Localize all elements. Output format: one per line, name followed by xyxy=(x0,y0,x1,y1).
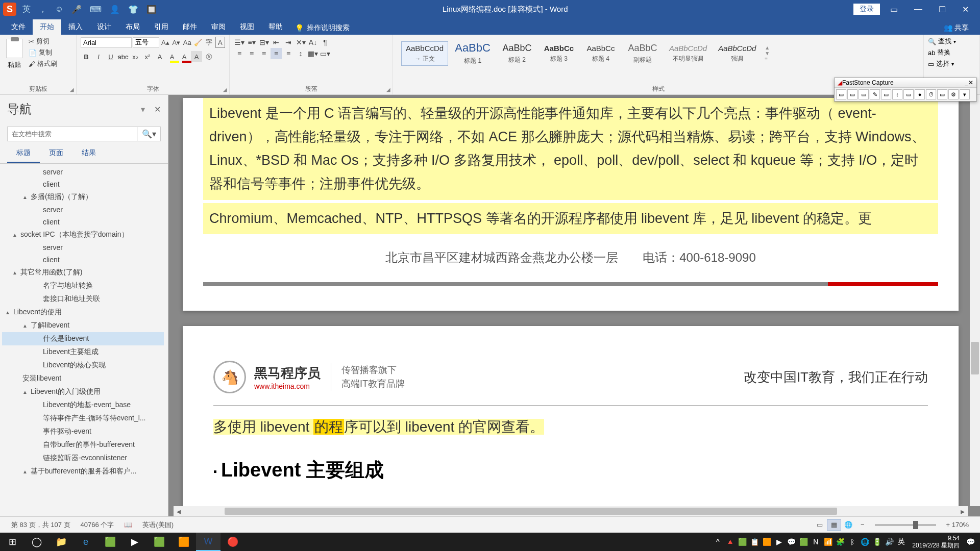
faststone-toolbar[interactable]: ◢ FastStone Capture _ ✕ ▭ ▭ ▭ ✎ ▭ ↕ ▭ ● … xyxy=(834,78,977,102)
doc-viewport[interactable]: Libevent 是一个用 C 语言编写的、轻量级的开源高性能事件通知库，主要有… xyxy=(174,95,968,506)
tray-icon[interactable]: ▶ xyxy=(773,536,785,547)
tree-caret-icon[interactable]: ▲ xyxy=(12,232,18,238)
ime-keyboard-icon[interactable]: ⌨ xyxy=(88,5,104,14)
bold-button[interactable]: B xyxy=(81,51,92,62)
distribute-button[interactable]: ≡ xyxy=(283,48,294,59)
borders-button[interactable]: ▭▾ xyxy=(320,48,331,59)
fsc-capture-freehand-button[interactable]: ✎ xyxy=(870,89,880,99)
fsc-capture-fixed-button[interactable]: ▭ xyxy=(903,89,914,99)
tab-layout[interactable]: 布局 xyxy=(118,19,147,35)
nav-tab-pages[interactable]: 页面 xyxy=(40,144,72,163)
notifications-icon[interactable]: 💬 xyxy=(965,536,976,547)
tree-caret-icon[interactable]: ▲ xyxy=(12,270,18,276)
tree-caret-icon[interactable]: ▲ xyxy=(5,310,11,315)
fsc-capture-object-button[interactable]: ▭ xyxy=(847,89,857,99)
show-marks-button[interactable]: ¶ xyxy=(320,37,331,48)
format-painter-button[interactable]: 🖌格式刷 xyxy=(29,59,57,68)
tree-item[interactable]: ▲了解libevent xyxy=(2,319,164,332)
edge-icon[interactable]: e xyxy=(74,533,98,551)
view-print-button[interactable]: ▦ xyxy=(827,519,841,531)
nav-search-button[interactable]: 🔍▾ xyxy=(137,127,160,141)
styles-up-icon[interactable]: ▲ xyxy=(765,45,770,51)
maximize-icon[interactable]: ☐ xyxy=(933,5,952,14)
italic-button[interactable]: I xyxy=(93,51,104,62)
fsc-minimize-icon[interactable]: _ xyxy=(965,79,968,86)
tree-item[interactable]: 等待事件产生-循环等待event_l... xyxy=(2,412,164,425)
tray-icon[interactable]: 📋 xyxy=(749,536,760,547)
nav-search-input[interactable] xyxy=(8,127,137,141)
multilevel-button[interactable]: ⊟▾ xyxy=(258,37,270,48)
ime-emoji-icon[interactable]: ☺ xyxy=(53,5,65,14)
fsc-settings-button[interactable]: ⚙ xyxy=(948,89,959,99)
ime-lang[interactable]: 英 xyxy=(20,4,33,15)
justify-button[interactable]: ≡ xyxy=(271,48,282,59)
tray-icon[interactable]: 🟩 xyxy=(737,536,748,547)
enclose-char-button[interactable]: ㊛ xyxy=(203,51,214,62)
tree-item[interactable]: 自带buffer的事件-bufferevent xyxy=(2,438,164,452)
ime-person-icon[interactable]: 👤 xyxy=(108,5,122,14)
style-h2[interactable]: AaBbC标题 2 xyxy=(497,40,537,67)
tree-item[interactable]: Libevent的地基-event_base xyxy=(2,398,164,412)
clipboard-launcher-icon[interactable]: ◢ xyxy=(70,87,74,92)
zoom-out-button[interactable]: − xyxy=(855,521,870,529)
status-proof-icon[interactable]: 📖 xyxy=(119,521,137,529)
view-read-button[interactable]: ▭ xyxy=(813,519,827,531)
tree-item[interactable]: 名字与地址转换 xyxy=(2,279,164,292)
align-left-button[interactable]: ≡ xyxy=(234,48,245,59)
tree-item[interactable]: 链接监听器-evconnlistener xyxy=(2,452,164,465)
cut-button[interactable]: ✂剪切 xyxy=(29,37,57,46)
horizontal-scrollbar[interactable]: ◂ ▸ xyxy=(174,506,968,516)
subscript-button[interactable]: x₂ xyxy=(130,51,141,62)
tree-item[interactable]: client xyxy=(2,216,164,228)
numbering-button[interactable]: ≡▾ xyxy=(246,37,257,48)
styles-more-icon[interactable]: ≡ xyxy=(765,56,770,62)
volume-icon[interactable]: 🔊 xyxy=(884,536,895,547)
style-subtle-emphasis[interactable]: AaBbCcDd不明显强调 xyxy=(665,41,712,66)
shrink-font-button[interactable]: A▾ xyxy=(172,37,182,48)
paragraph-launcher-icon[interactable]: ◢ xyxy=(386,87,390,92)
tab-help[interactable]: 帮助 xyxy=(261,19,290,35)
shading-button[interactable]: ▦▾ xyxy=(307,48,318,59)
align-center-button[interactable]: ≡ xyxy=(246,48,257,59)
asian-layout-button[interactable]: ✕▾ xyxy=(295,37,306,48)
fsc-dropdown-button[interactable]: ▾ xyxy=(960,89,970,99)
status-page[interactable]: 第 83 页，共 107 页 xyxy=(6,520,76,530)
tree-item[interactable]: client xyxy=(2,178,164,190)
hscroll-left-icon[interactable]: ◂ xyxy=(174,507,184,516)
tree-item[interactable]: ▲多播(组播)（了解） xyxy=(2,190,164,204)
underline-button[interactable]: U xyxy=(105,51,116,62)
app-icon-3[interactable]: 🟧 xyxy=(172,533,196,551)
vertical-scrollbar[interactable] xyxy=(970,95,980,506)
tree-item[interactable]: 安装libevent xyxy=(2,372,164,385)
bluetooth-icon[interactable]: ᛒ xyxy=(847,536,858,547)
tree-item[interactable]: server xyxy=(2,166,164,178)
font-name-input[interactable] xyxy=(81,37,132,48)
styles-gallery[interactable]: AaBbCcDd→ 正文 AaBbC标题 1 AaBbC标题 2 AaBbCc标… xyxy=(397,37,919,70)
zoom-slider[interactable] xyxy=(875,524,936,526)
tray-icon[interactable]: 🟧 xyxy=(761,536,772,547)
fsc-close-icon[interactable]: ✕ xyxy=(968,79,973,86)
tree-item[interactable]: ▲基于bufferevent的服务器和客户... xyxy=(2,465,164,478)
nav-dropdown-icon[interactable]: ▾ xyxy=(141,105,145,114)
line-spacing-button[interactable]: ↕ xyxy=(295,48,306,59)
style-emphasis[interactable]: AaBbCcDd强调 xyxy=(714,41,761,66)
font-launcher-icon[interactable]: ◢ xyxy=(223,87,227,92)
find-button[interactable]: 🔍查找▾ xyxy=(928,37,975,46)
hscroll-thumb[interactable] xyxy=(225,508,837,515)
tree-item[interactable]: Libevent主要组成 xyxy=(2,345,164,359)
sort-button[interactable]: A↓ xyxy=(307,37,318,48)
tree-item[interactable]: server xyxy=(2,204,164,216)
zoom-level[interactable]: + 170% xyxy=(941,521,974,529)
network-icon[interactable]: 🌐 xyxy=(859,536,870,547)
strike-button[interactable]: abc xyxy=(117,51,129,62)
fsc-record-button[interactable]: ● xyxy=(915,89,925,99)
file-explorer-icon[interactable]: 📁 xyxy=(49,533,74,551)
tab-view[interactable]: 视图 xyxy=(233,19,261,35)
align-right-button[interactable]: ≡ xyxy=(258,48,270,59)
tree-item[interactable]: 事件驱动-event xyxy=(2,425,164,438)
tree-item[interactable]: ▲其它常用函数(了解) xyxy=(2,266,164,279)
ribbon-options-icon[interactable]: ▭ xyxy=(884,5,904,14)
word-icon[interactable]: W xyxy=(196,533,220,551)
app-icon-2[interactable]: 🟩 xyxy=(147,533,172,551)
copy-button[interactable]: 📄复制 xyxy=(29,48,57,57)
